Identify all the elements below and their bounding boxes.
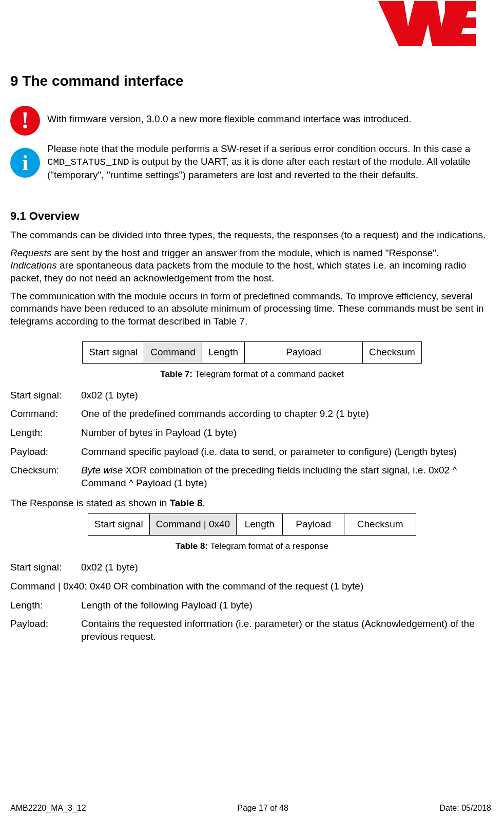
paragraph: The communication with the module occurs…: [10, 290, 494, 328]
paragraph: The Response is stated as shown in Table…: [10, 497, 494, 510]
def-desc: Byte wise XOR combination of the precedi…: [81, 464, 494, 489]
def-term: Payload:: [10, 446, 77, 459]
footer-date: Date: 05/2018: [439, 803, 491, 814]
table-cell: Start signal: [88, 514, 149, 536]
table-cell: Command | 0x40: [149, 514, 236, 536]
table-7: Start signal Command Length Payload Chec…: [82, 341, 422, 364]
we-logo: [378, 1, 476, 50]
code-cmd-status-ind: CMD_STATUS_IND: [47, 157, 129, 168]
def-term: Length:: [10, 599, 77, 612]
callout-info: i Please note that the module performs a…: [10, 143, 494, 181]
table-8-caption: Table 8: Telegram format of a response: [10, 541, 494, 552]
def-desc: Contains the requested information (i.e.…: [81, 618, 494, 643]
callout-warning: ! With firmware version, 3.0.0 a new mor…: [10, 106, 494, 136]
def-desc: Length of the following Payload (1 byte): [81, 599, 494, 612]
table-cell: Command: [144, 341, 202, 363]
def-term: Start signal:: [10, 389, 77, 402]
def-desc: Command specific payload (i.e. data to s…: [81, 446, 494, 459]
def-term: Length:: [10, 427, 77, 440]
table-7-wrap: Start signal Command Length Payload Chec…: [10, 341, 494, 364]
paragraph: The commands can be divided into three t…: [10, 229, 494, 242]
table-cell: Length: [202, 341, 244, 363]
page-footer: AMB2220_MA_3_12 Page 17 of 48 Date: 05/2…: [10, 803, 491, 814]
def-term: Payload:: [10, 618, 77, 643]
subsection-heading: 9.1 Overview: [10, 209, 494, 224]
footer-doc-id: AMB2220_MA_3_12: [10, 803, 86, 814]
info-icon: i: [10, 148, 40, 178]
table-8: Start signal Command | 0x40 Length Paylo…: [88, 513, 416, 536]
def-desc: 0x02 (1 byte): [81, 389, 494, 402]
exclamation-icon: !: [10, 106, 40, 136]
callout-info-text: Please note that the module performs a S…: [47, 143, 494, 181]
def-term: Checksum:: [10, 464, 77, 489]
definitions-1: Start signal:0x02 (1 byte) Command:One o…: [10, 389, 494, 490]
def-desc: One of the predefined commands according…: [81, 408, 494, 421]
table-cell: Checksum: [344, 514, 416, 536]
definitions-2: Start signal:0x02 (1 byte) Command | 0x4…: [10, 561, 494, 643]
table-cell: Start signal: [83, 341, 144, 363]
footer-page: Page 17 of 48: [237, 803, 288, 814]
def-term: Start signal:: [10, 561, 77, 574]
def-desc: 0x02 (1 byte): [81, 561, 494, 574]
table-cell: Checksum: [363, 341, 422, 363]
table-7-caption: Table 7: Telegram format of a command pa…: [10, 369, 494, 380]
def-term: Command:: [10, 408, 77, 421]
table-8-wrap: Start signal Command | 0x40 Length Paylo…: [10, 513, 494, 536]
callout-warning-text: With firmware version, 3.0.0 a new more …: [47, 113, 494, 126]
section-heading: 9 The command interface: [10, 72, 494, 90]
table-cell: Payload: [283, 514, 344, 536]
def-desc: Command | 0x40: 0x40 OR combination with…: [10, 580, 494, 593]
paragraph: Requests are sent by the host and trigge…: [10, 247, 494, 285]
table-cell: Payload: [245, 341, 363, 363]
def-desc: Number of bytes in Payload (1 byte): [81, 427, 494, 440]
table-cell: Length: [237, 514, 283, 536]
